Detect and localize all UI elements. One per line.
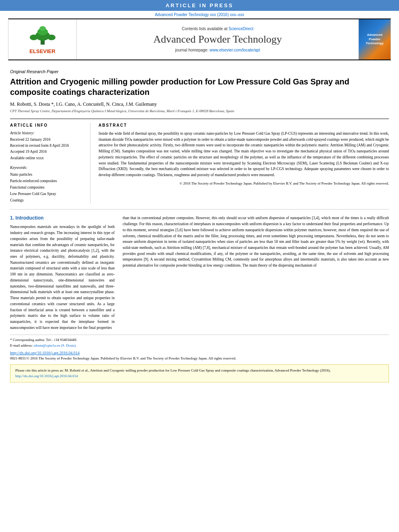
intro-right-text: than that in conventional polymer compos… bbox=[123, 215, 389, 268]
journal-title: Advanced Powder Technology bbox=[153, 33, 282, 45]
email-link[interactable]: sdosta@cptu1u.eu (S. Dosta). bbox=[33, 343, 76, 347]
abstract-text: Inside the wide field of thermal spray, … bbox=[99, 131, 389, 178]
paper-type: Original Research Paper bbox=[10, 69, 389, 74]
doi-link[interactable]: http://dx.doi.org/10.1016/j.apt.2016.04.… bbox=[10, 351, 389, 355]
article-history-label: Article history: bbox=[10, 131, 84, 135]
elsevier-logo-box: ELSEVIER bbox=[8, 19, 77, 60]
intro-left-column: 1. Introduction Nanocomposites materials… bbox=[10, 215, 115, 331]
article-info-column: ARTICLE INFO Article history: Received 2… bbox=[10, 123, 90, 203]
footnote-section: * Corresponding author. Tel.: +34 934034… bbox=[10, 335, 389, 360]
introduction-section: 1. Introduction Nanocomposites materials… bbox=[10, 215, 389, 331]
issn-text: 0921-8831/© 2016 The Society of Powder T… bbox=[10, 356, 389, 360]
homepage-link[interactable]: www.elsevier.com/locate/apt bbox=[210, 48, 260, 52]
elsevier-logo-icon bbox=[23, 25, 63, 47]
intro-left-text: Nanocomposites materials are nowadays in… bbox=[10, 224, 115, 331]
article-info-abstract-section: ARTICLE INFO Article history: Received 2… bbox=[10, 119, 389, 203]
citation-doi-link[interactable]: http://dx.doi.org/10.1016/j.apt.2016.04.… bbox=[15, 374, 78, 378]
keyword-5: Coatings bbox=[10, 197, 84, 203]
abstract-column: ABSTRACT Inside the wide field of therma… bbox=[99, 123, 389, 203]
section-divider bbox=[10, 209, 389, 210]
svg-point-5 bbox=[47, 35, 56, 40]
keyword-3: Functional composites bbox=[10, 184, 84, 191]
available-date: Available online xxxx bbox=[10, 155, 84, 161]
contents-line: Contents lists available at ScienceDirec… bbox=[182, 27, 253, 31]
authors-line: M. Robotti, S. Dosta *, I.G. Cano, A. Co… bbox=[10, 101, 389, 107]
abstract-header: ABSTRACT bbox=[99, 123, 389, 127]
article-in-press-banner: ARTICLE IN PRESS bbox=[0, 0, 399, 11]
intro-right-column: than that in conventional polymer compos… bbox=[123, 215, 389, 331]
authors-text: M. Robotti, S. Dosta *, I.G. Cano, A. Co… bbox=[10, 101, 157, 107]
citation-box: Please cite this article in press as: M.… bbox=[10, 364, 389, 382]
main-content: Original Research Paper Attrition and Cr… bbox=[0, 60, 399, 386]
citation-text: Please cite this article in press as: M.… bbox=[15, 368, 331, 372]
keyword-1: Nano particles bbox=[10, 171, 84, 178]
journal-thumbnail: Advanced Powder Technology bbox=[358, 19, 391, 60]
journal-homepage: journal homepage: www.elsevier.com/locat… bbox=[175, 48, 260, 52]
svg-point-3 bbox=[39, 26, 46, 31]
affiliation: CPT Thermal Spray Centre, Departament d'… bbox=[10, 109, 389, 113]
corresponding-author: * Corresponding author. Tel.: +34 934034… bbox=[10, 337, 389, 343]
sciencedirect-link[interactable]: ScienceDirect bbox=[228, 27, 253, 31]
email-line: E-mail address: sdosta@cptu1u.eu (S. Dos… bbox=[10, 343, 389, 349]
elsevier-label: ELSEVIER bbox=[29, 48, 55, 54]
section-1-title: 1. Introduction bbox=[10, 215, 115, 221]
svg-point-4 bbox=[30, 35, 38, 40]
journal-thumb-text: Advanced Powder Technology bbox=[361, 33, 388, 45]
keyword-4: Low Pressure Cold Gas Spray bbox=[10, 191, 84, 197]
keywords-label: Keywords: bbox=[10, 165, 84, 170]
paper-title: Attrition and Cryogenic milling powder p… bbox=[10, 76, 389, 97]
copyright-text: © 2016 The Society of Powder Technology … bbox=[99, 181, 389, 185]
accepted-date: Accepted 19 April 2016 bbox=[10, 149, 84, 155]
revised-date: Received in revised form 8 April 2016 bbox=[10, 143, 84, 149]
journal-center: Contents lists available at ScienceDirec… bbox=[77, 19, 358, 60]
journal-header: ELSEVIER Contents lists available at Sci… bbox=[8, 18, 391, 60]
keyword-2: Particle-reinforced composites bbox=[10, 178, 84, 184]
received-date: Received 22 January 2016 bbox=[10, 137, 84, 143]
journal-ref-line: Advanced Powder Technology xxx (2016) xx… bbox=[0, 11, 399, 18]
article-info-header: ARTICLE INFO bbox=[10, 123, 84, 127]
keywords-list: Nano particles Particle-reinforced compo… bbox=[10, 171, 84, 204]
